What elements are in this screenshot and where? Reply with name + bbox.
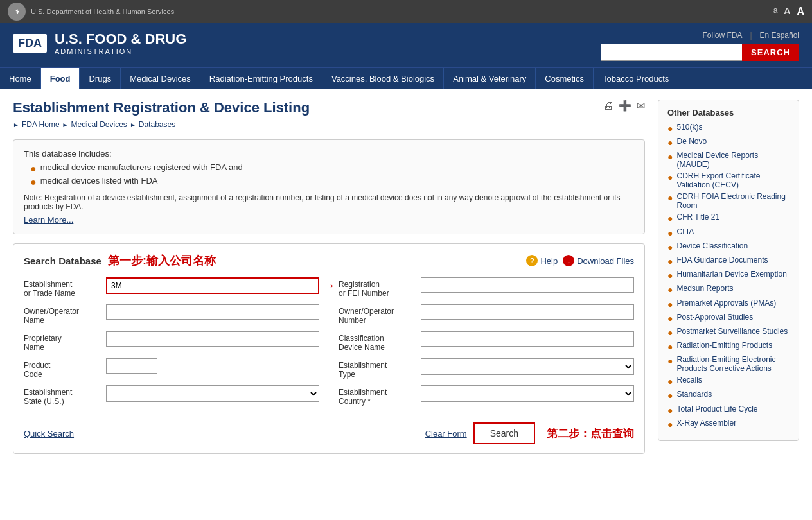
link-xray[interactable]: X-Ray Assembler — [676, 419, 736, 428]
clear-form-link[interactable]: Clear Form — [425, 429, 467, 438]
search-db-header: Search Database 第一步:输入公司名称 ? Help ↓ Down… — [24, 253, 634, 268]
select-establishment-type[interactable] — [421, 358, 634, 375]
nav-home[interactable]: Home — [0, 68, 41, 89]
email-icon[interactable]: ✉ — [637, 100, 645, 112]
link-standards[interactable]: Standards — [676, 390, 712, 399]
label-product-code: ProductCode — [24, 358, 101, 379]
field-proprietary-name: ProprietaryName — [24, 331, 319, 352]
print-icon[interactable]: 🖨 — [603, 100, 613, 112]
page-icons: 🖨 ➕ ✉ — [603, 100, 645, 112]
input-classification-device[interactable] — [421, 331, 634, 347]
header-search-button[interactable]: SEARCH — [742, 44, 799, 61]
link-humanitarian[interactable]: Humanitarian Device Exemption — [676, 270, 786, 279]
font-med-btn[interactable]: A — [784, 6, 790, 17]
link-recalls[interactable]: Recalls — [676, 376, 702, 385]
link-denovo[interactable]: De Novo — [676, 137, 707, 146]
learn-more-link[interactable]: Learn More... — [24, 215, 73, 225]
sidebar-box: Other Databases ● 510(k)s ● De Novo ● Me… — [658, 100, 799, 441]
info-bullets: ● medical device manufacturers registere… — [30, 162, 634, 188]
link-pma[interactable]: Premarket Approvals (PMAs) — [676, 299, 776, 308]
help-label: Help — [540, 256, 558, 266]
input-wrap-product-code — [106, 358, 319, 374]
nav-medical-devices[interactable]: Medical Devices — [121, 68, 200, 89]
breadcrumb: ► FDA Home ► Medical Devices ► Databases — [13, 120, 310, 129]
header-tools: ? Help ↓ Download Files — [526, 255, 634, 266]
field-establishment-state: EstablishmentState (U.S.) — [24, 385, 319, 406]
input-owner-operator-number[interactable] — [421, 304, 634, 320]
hhs-agency-name: U.S. Department of Health & Human Servic… — [31, 8, 174, 15]
nav-vaccines[interactable]: Vaccines, Blood & Biologics — [322, 68, 444, 89]
font-large-btn[interactable]: A — [797, 6, 804, 17]
logo-area: FDA U.S. FOOD & DRUG ADMINISTRATION — [13, 31, 186, 55]
download-label: Download Files — [577, 256, 634, 266]
breadcrumb-medical-devices[interactable]: Medical Devices — [71, 120, 127, 129]
label-establishment-country: EstablishmentCountry * — [339, 385, 416, 406]
label-proprietary: ProprietaryName — [24, 331, 101, 352]
help-icon: ? — [526, 255, 538, 266]
field-establishment-country: EstablishmentCountry * — [339, 385, 634, 406]
link-radiation[interactable]: Radiation-Emitting Products — [676, 341, 772, 350]
link-corrective-actions[interactable]: Radiation-Emitting Electronic Products C… — [676, 355, 790, 373]
input-wrap-country — [421, 385, 634, 402]
sidebar-item-cecv: ● CDRH Export Certificate Validation (CE… — [667, 171, 790, 189]
search-button[interactable]: Search — [473, 422, 535, 444]
link-foia[interactable]: CDRH FOIA Electronic Reading Room — [676, 192, 790, 210]
sidebar-item-fda-guidance: ● FDA Guidance Documents — [667, 256, 790, 267]
nav-animal[interactable]: Animal & Veterinary — [444, 68, 536, 89]
nav-food[interactable]: Food — [41, 68, 80, 89]
link-device-classification[interactable]: Device Classification — [676, 241, 748, 250]
label-owner-operator: Owner/OperatorName — [24, 304, 101, 325]
quick-search-link[interactable]: Quick Search — [24, 429, 74, 438]
form-right-col: Registrationor FEI Number Owner/Operator… — [339, 277, 634, 412]
sidebar-item-device-classification: ● Device Classification — [667, 241, 790, 253]
bottom-right: Clear Form Search 第二步：点击查询 — [425, 422, 634, 444]
header-search-input[interactable] — [601, 44, 742, 61]
page-title: Establishment Registration & Device List… — [13, 100, 310, 116]
hhs-branding: ⚕ U.S. Department of Health & Human Serv… — [8, 3, 174, 21]
font-small-btn[interactable]: a — [773, 6, 778, 17]
link-postmarket[interactable]: Postmarket Surveillance Studies — [676, 327, 788, 336]
link-clia[interactable]: CLIA — [676, 227, 694, 236]
sidebar-item-recalls: ● Recalls — [667, 376, 790, 387]
link-maude[interactable]: Medical Device Reports (MAUDE) — [676, 151, 790, 169]
label-establishment-name: Establishmentor Trade Name — [24, 277, 101, 298]
link-cecv[interactable]: CDRH Export Certificate Validation (CECV… — [676, 171, 790, 189]
select-establishment-state[interactable] — [106, 385, 319, 402]
link-post-approval[interactable]: Post-Approval Studies — [676, 313, 753, 322]
follow-fda-link[interactable]: Follow FDA — [702, 31, 742, 40]
input-product-code[interactable] — [106, 358, 157, 374]
hhs-logo: ⚕ — [8, 3, 26, 21]
nav-tobacco[interactable]: Tobacco Products — [594, 68, 678, 89]
sidebar-item-post-approval: ● Post-Approval Studies — [667, 313, 790, 324]
download-link[interactable]: ↓ Download Files — [563, 255, 634, 266]
nav-drugs[interactable]: Drugs — [80, 68, 121, 89]
breadcrumb-fda-home[interactable]: FDA Home — [22, 120, 60, 129]
link-tplc[interactable]: Total Product Life Cycle — [676, 404, 757, 413]
en-espanol-link[interactable]: En Español — [760, 31, 799, 40]
info-intro: This database includes: — [24, 149, 634, 159]
link-fda-guidance[interactable]: FDA Guidance Documents — [676, 256, 768, 264]
link-510k[interactable]: 510(k)s — [676, 123, 702, 132]
plus-icon[interactable]: ➕ — [619, 100, 631, 112]
link-cfr21[interactable]: CFR Title 21 — [676, 212, 719, 221]
nav-cosmetics[interactable]: Cosmetics — [536, 68, 594, 89]
select-establishment-country[interactable] — [421, 385, 634, 402]
sidebar-item-postmarket: ● Postmarket Surveillance Studies — [667, 327, 790, 338]
field-owner-operator: Owner/OperatorName — [24, 304, 319, 325]
left-content: Establishment Registration & Device List… — [13, 100, 645, 454]
sidebar-links-list: ● 510(k)s ● De Novo ● Medical Device Rep… — [667, 123, 790, 430]
fda-logo-box: FDA — [13, 34, 47, 53]
link-medsun[interactable]: Medsun Reports — [676, 284, 733, 293]
breadcrumb-databases[interactable]: Databases — [139, 120, 175, 129]
input-registration-fei[interactable] — [421, 277, 634, 293]
header-right: Follow FDA | En Español SEARCH — [601, 31, 799, 61]
help-link[interactable]: ? Help — [526, 255, 558, 266]
field-classification-device: ClassificationDevice Name — [339, 331, 634, 352]
input-proprietary[interactable] — [106, 331, 319, 347]
input-wrap-proprietary — [106, 331, 319, 347]
input-establishment-name[interactable] — [106, 277, 319, 294]
field-registration-fei: Registrationor FEI Number — [339, 277, 634, 298]
sidebar-item-tplc: ● Total Product Life Cycle — [667, 404, 790, 416]
nav-radiation[interactable]: Radiation-Emitting Products — [200, 68, 322, 89]
input-owner-operator[interactable] — [106, 304, 319, 320]
